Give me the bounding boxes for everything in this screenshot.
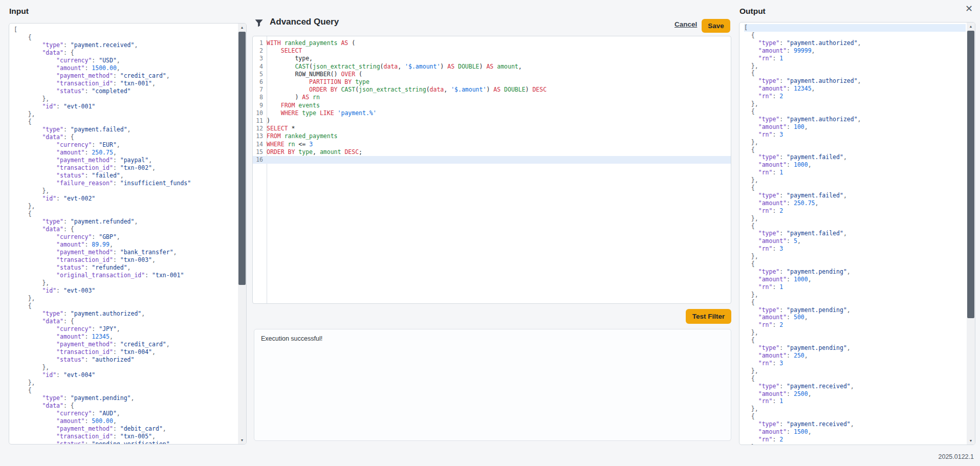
code-line: "data": { [14,134,237,141]
code-line: }, [744,405,966,413]
code-line: "data": { [14,226,237,233]
sql-editor-row[interactable]: 9 FROM events [253,102,731,109]
code-line: "type": "payment.refunded", [14,218,237,226]
sql-code-line: type, [267,55,731,62]
sql-editor-row[interactable]: 3 type, [253,55,731,62]
code-line: }, [14,203,237,210]
code-line: "type": "payment.pending", [744,344,966,352]
scroll-down-icon[interactable]: ▼ [967,437,975,445]
code-line: { [744,413,966,420]
line-number: 10 [253,109,267,117]
close-icon[interactable]: ✕ [965,3,973,14]
code-line: "type": "payment.authorized", [744,77,966,85]
input-json-box[interactable]: [ { "type": "payment.received", "data": … [9,23,247,445]
advanced-query-title: Advanced Query [270,17,339,27]
output-scrollbar[interactable]: ▲ ▼ [967,23,975,445]
code-line: "rn": 1 [744,397,966,405]
code-line: "type": "payment.failed", [744,192,966,199]
line-number: 5 [253,71,267,78]
code-line: "transaction_id": "txn-001", [14,80,237,87]
sql-editor-row[interactable]: 13FROM ranked_payments [253,132,731,140]
code-line: }, [744,367,966,375]
code-line: "type": "payment.authorized", [744,116,966,123]
sql-code-line: PARTITION BY type [267,78,731,86]
code-line: "type": "payment.authorized", [744,39,966,47]
code-line: "original_transaction_id": "txn-001" [14,272,237,279]
sql-editor-row[interactable]: 1WITH ranked_payments AS ( [253,39,731,47]
scroll-down-icon[interactable]: ▼ [238,436,246,444]
code-line: { [14,34,237,41]
output-json-box[interactable]: [ { "type": "payment.authorized", "amoun… [739,22,975,445]
sql-editor-row[interactable]: 8 ) AS rn [253,94,731,101]
line-number: 16 [253,156,267,164]
line-number: 11 [253,117,267,125]
code-line: }, [14,364,237,371]
code-line: "rn": 1 [744,55,966,62]
code-line: }, [14,279,237,287]
sql-code-line: WHERE rn <= 3 [267,141,731,148]
code-line: "status": "pending_verification" [14,440,237,444]
code-line: { [744,32,966,39]
code-line: "type": "payment.pending", [744,268,966,276]
input-scrollbar[interactable]: ▲ ▼ [238,24,246,444]
sql-code-line: WITH ranked_payments AS ( [267,39,731,47]
sql-editor-row[interactable]: 16 [253,156,731,164]
code-line: "id": "evt-004" [14,371,237,379]
scroll-up-icon[interactable]: ▲ [238,24,246,31]
sql-editor-row[interactable]: 14WHERE rn <= 3 [253,141,731,148]
code-line: "payment_method": "credit_card", [14,72,237,80]
sql-editor-lines: 1WITH ranked_payments AS (2 SELECT3 type… [253,36,731,164]
scroll-up-icon[interactable]: ▲ [967,23,975,30]
sql-editor-row[interactable]: 5 ROW_NUMBER() OVER ( [253,71,731,78]
code-line: "amount": 500.00, [14,417,237,425]
code-line: "status": "failed", [14,172,237,180]
sql-editor[interactable]: 1WITH ranked_payments AS (2 SELECT3 type… [252,36,731,304]
sql-code-line: WHERE type LIKE 'payment.%' [267,109,731,117]
sql-editor-row[interactable]: 11) [253,117,731,125]
code-line: }, [744,176,966,184]
code-line: "amount": 99999, [744,47,966,55]
code-line: "type": "payment.received", [14,41,237,49]
sql-editor-row[interactable]: 10 WHERE type LIKE 'payment.%' [253,109,731,117]
test-filter-button[interactable]: Test Filter [686,309,731,324]
sql-code-line: ) AS rn [267,94,731,101]
code-line: }, [744,329,966,337]
input-json-lines: [ { "type": "payment.received", "data": … [9,24,238,444]
line-number: 15 [253,148,267,156]
code-line: "amount": 1000, [744,276,966,283]
sql-editor-row[interactable]: 4 CAST(json_extract_string(data, '$.amou… [253,63,731,71]
line-number: 1 [253,39,267,47]
code-line: { [744,299,966,306]
code-line: { [744,337,966,344]
code-line: "data": { [14,318,237,325]
sql-editor-row[interactable]: 7 ORDER BY CAST(json_extract_string(data… [253,86,731,94]
code-line: { [744,184,966,192]
input-scrollbar-thumb[interactable] [238,32,246,285]
code-line: "id": "evt-003" [14,287,237,295]
sql-code-line: FROM ranked_payments [267,132,731,140]
sql-editor-row[interactable]: 15ORDER BY type, amount DESC; [253,148,731,156]
code-line: { [744,70,966,77]
line-number: 3 [253,55,267,62]
code-line: "amount": 250, [744,352,966,360]
execution-result-message: Execution successful! [261,335,322,342]
advanced-query-modal: ✕ Input [ { "type": "payment.received", … [0,0,980,466]
sql-editor-row[interactable]: 12SELECT * [253,125,731,132]
sql-editor-row[interactable]: 2 SELECT [253,47,731,55]
output-scrollbar-thumb[interactable] [967,31,974,318]
save-button[interactable]: Save [702,19,730,33]
code-line: }, [14,187,237,195]
code-line: "type": "payment.pending", [744,306,966,314]
code-line: "transaction_id": "txn-003", [14,256,237,264]
code-line: }, [744,100,966,108]
code-line: }, [14,95,237,103]
sql-code-line: SELECT * [267,125,731,132]
code-line: "rn": 3 [744,131,966,139]
cancel-button[interactable]: Cancel [674,20,697,28]
sql-editor-row[interactable]: 6 PARTITION BY type [253,78,731,86]
code-line: { [744,108,966,116]
input-panel-title: Input [9,7,29,16]
code-line: "type": "payment.failed", [744,153,966,161]
execution-result-box: Execution successful! [254,329,731,441]
code-line: "currency": "AUD", [14,410,237,417]
